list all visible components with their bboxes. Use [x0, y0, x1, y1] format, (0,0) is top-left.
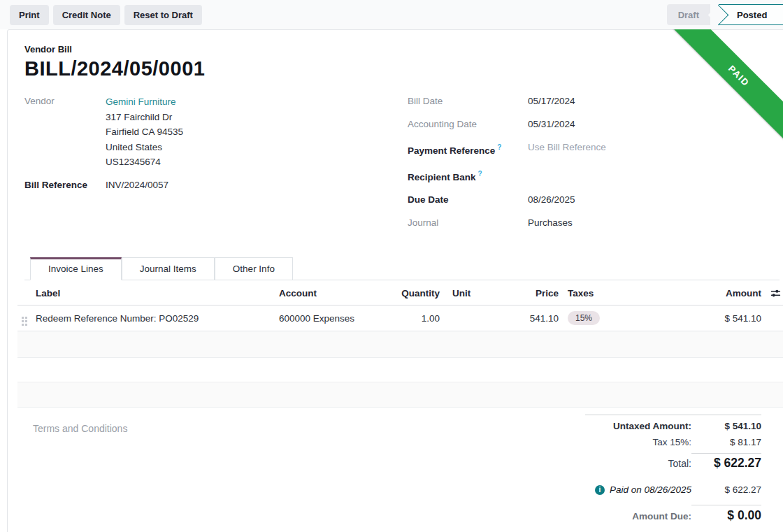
document-type-label: Vendor Bill [24, 44, 780, 55]
untaxed-amount-value: $ 541.10 [691, 421, 761, 431]
tax-badge[interactable]: 15% [568, 311, 600, 325]
line-amount-cell: $ 541.10 [663, 313, 761, 324]
bill-reference-label: Bill Reference [24, 178, 106, 192]
vendor-address-line: 317 Fairchild Dr [106, 110, 183, 125]
invoice-lines-table: Label Account Quantity Unit Price Taxes … [17, 280, 783, 408]
accounting-date-field[interactable]: 05/31/2024 [528, 117, 575, 131]
statusbar: Draft Posted [667, 4, 783, 25]
due-date-field[interactable]: 08/26/2025 [528, 193, 575, 207]
tab-other-info[interactable]: Other Info [215, 257, 293, 280]
amount-due-label: Amount Due: [632, 511, 691, 522]
page-title: BILL/2024/05/0001 [24, 57, 780, 80]
table-header-row: Label Account Quantity Unit Price Taxes … [17, 280, 783, 305]
bill-reference-field[interactable]: INV/2024/0057 [106, 178, 168, 192]
terms-and-conditions-input[interactable]: Terms and Conditions [33, 423, 585, 523]
amount-due-value: $ 0.00 [691, 505, 761, 523]
table-row[interactable]: Redeem Reference Number: PO02529 600000 … [17, 305, 783, 331]
payment-reference-label: Payment Reference? [408, 141, 528, 158]
payment-reference-field[interactable]: Use Bill Reference [528, 141, 606, 158]
line-label-cell[interactable]: Redeem Reference Number: PO02529 [33, 313, 279, 324]
accounting-date-label: Accounting Date [408, 117, 528, 131]
line-account-cell[interactable]: 600000 Expenses [279, 313, 395, 324]
vendor-bill-sheet: Vendor Bill BILL/2024/05/0001 Vendor Gem… [7, 29, 783, 532]
vendor-address-line: US12345674 [106, 154, 183, 170]
column-header-label[interactable]: Label [33, 288, 279, 299]
chevron-right-icon [708, 4, 729, 25]
untaxed-amount-label: Untaxed Amount: [613, 421, 691, 431]
column-header-account[interactable]: Account [279, 288, 395, 299]
tax-value: $ 81.17 [691, 437, 761, 447]
tax-label: Tax 15%: [652, 437, 691, 447]
vendor-address-line: United States [106, 140, 183, 155]
due-date-label: Due Date [408, 193, 528, 207]
drag-handle-icon[interactable] [22, 317, 27, 326]
status-posted-label: Posted [737, 10, 767, 20]
help-icon: ? [497, 143, 501, 151]
line-quantity-cell[interactable]: 1.00 [395, 313, 447, 324]
empty-row[interactable] [17, 382, 783, 408]
journal-field[interactable]: Purchases [528, 216, 573, 230]
toolbar: Print Credit Note Reset to Draft Draft P… [0, 0, 783, 29]
total-label: Total: [668, 458, 691, 469]
tab-invoice-lines[interactable]: Invoice Lines [30, 257, 122, 280]
totals-panel: Untaxed Amount: $ 541.10 Tax 15%: $ 81.1… [585, 415, 761, 523]
column-header-price[interactable]: Price [475, 288, 559, 299]
print-button[interactable]: Print [10, 5, 49, 25]
recipient-bank-label: Recipient Bank? [408, 167, 528, 185]
empty-row[interactable] [17, 358, 783, 382]
vendor-link[interactable]: Gemini Furniture [106, 94, 183, 110]
status-posted[interactable]: Posted [719, 4, 783, 25]
notebook-tabs: Invoice Lines Journal Items Other Info [24, 257, 780, 280]
column-header-amount[interactable]: Amount [663, 288, 761, 299]
paid-amount-value: $ 622.27 [691, 484, 761, 495]
column-header-taxes[interactable]: Taxes [559, 288, 663, 299]
bill-form: Vendor Gemini Furniture 317 Fairchild Dr… [24, 94, 780, 239]
bill-date-field[interactable]: 05/17/2024 [528, 94, 575, 108]
vendor-address-line: Fairfield CA 94535 [106, 124, 183, 140]
empty-row[interactable] [17, 331, 783, 358]
journal-label: Journal [408, 216, 528, 230]
help-icon: ? [478, 170, 482, 178]
info-icon[interactable]: i [595, 485, 605, 495]
column-header-quantity[interactable]: Quantity [395, 288, 447, 299]
column-header-unit[interactable]: Unit [447, 288, 475, 299]
reset-to-draft-button[interactable]: Reset to Draft [124, 5, 202, 25]
status-draft[interactable]: Draft [667, 4, 710, 25]
bill-date-label: Bill Date [408, 94, 528, 108]
paid-on-label[interactable]: Paid on 08/26/2025 [610, 484, 691, 495]
vendor-label: Vendor [24, 94, 106, 170]
tab-journal-items[interactable]: Journal Items [122, 257, 215, 280]
credit-note-button[interactable]: Credit Note [53, 5, 120, 25]
total-value: $ 622.27 [691, 453, 761, 470]
optional-columns-icon[interactable] [761, 288, 783, 299]
line-price-cell[interactable]: 541.10 [475, 313, 559, 324]
